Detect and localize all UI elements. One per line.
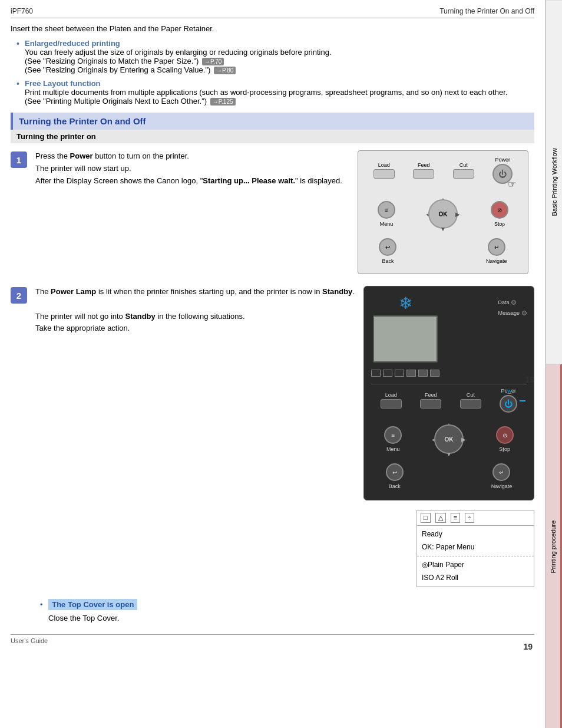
dark-middle-row: ≡ Menu ▲ ◀ OK ▶	[371, 419, 527, 460]
dark-bottom-row: ↩ Back ↵ Navigate	[371, 463, 527, 489]
cut-btn[interactable]: Cut	[453, 162, 474, 179]
step-1-text: Press the Power button to turn on the pr…	[35, 150, 349, 187]
printer-panel-dark: ❄	[363, 286, 534, 500]
step-2-images: ❄	[363, 286, 534, 587]
panel-middle-row: ≡ Menu ▲ ◀ OK ▶	[364, 193, 522, 235]
dark-ok-btn[interactable]: OK	[434, 424, 464, 454]
status-icon-4: ÷	[465, 513, 474, 523]
list-item: Free Layout function Print multiple docu…	[16, 79, 534, 106]
alert-section: • The Top Cover is open Close the Top Co…	[40, 599, 534, 622]
navigate-btn[interactable]: ↵ Navigate	[486, 238, 507, 264]
data-indicator: Data	[498, 299, 527, 305]
bullet-title-1: Enlarged/reduced printing	[25, 39, 120, 48]
status-panel: □ △ ≡ ÷ Ready OK: Paper Menu ◎Plain Pape…	[416, 510, 534, 587]
panel-top-row: Load Feed Cut Power	[364, 157, 522, 184]
sub-heading: Turning the printer on	[11, 130, 534, 143]
menu-btn[interactable]: ≡ Menu	[378, 201, 395, 227]
bullet-list: Enlarged/reduced printing You can freely…	[16, 39, 534, 106]
dark-stop-btn[interactable]: ⊘ Stop	[496, 426, 514, 452]
dark-feed-btn[interactable]: Feed	[420, 392, 441, 409]
feed-btn[interactable]: Feed	[413, 162, 434, 179]
ink-bar	[371, 370, 439, 377]
printer-panel-1: Load Feed Cut Power	[358, 150, 528, 274]
dark-navigate-btn[interactable]: ↵ Navigate	[491, 463, 513, 489]
intro-text: Insert the sheet between the Platen and …	[11, 24, 534, 33]
alert-bullet-text: The Top Cover is open	[52, 600, 134, 609]
display-screen	[373, 315, 438, 363]
page-header: iPF760 Turning the Printer On and Off	[11, 7, 534, 18]
bullet-body-2: Print multiple documents from multiple a…	[25, 88, 507, 106]
alert-highlight: The Top Cover is open	[48, 599, 137, 610]
sidebar-tab-basic-printing[interactable]: Basic Printing Workflow	[546, 0, 562, 364]
ok-btn[interactable]: OK	[428, 199, 458, 229]
status-line3: ◎Plain Paper	[422, 559, 529, 572]
status-panel-body: Ready OK: Paper Menu	[417, 526, 534, 556]
status-icon-1: □	[421, 513, 431, 523]
step-1-container: 1 Press the Power button to turn on the …	[11, 150, 534, 274]
load-btn[interactable]: Load	[373, 162, 395, 179]
status-icon-3: ≡	[451, 513, 460, 523]
snowflake-icon: ❄	[399, 294, 412, 313]
bullet-title-2: Free Layout function	[25, 79, 101, 88]
alert-action: Close the Top Cover.	[48, 614, 534, 622]
dark-power-btn[interactable]: Power ⏻	[500, 388, 517, 413]
dark-top-row: Load Feed Cut	[371, 388, 527, 413]
step-1-number: 1	[11, 151, 27, 168]
dark-cut-btn[interactable]: Cut	[460, 392, 481, 409]
page-number-display: 19	[523, 642, 533, 651]
sidebar-tab-printing-procedure[interactable]: Printing procedure	[546, 364, 562, 729]
power-btn[interactable]: Power ⏻ ☞	[492, 157, 513, 184]
status-icon-2: △	[435, 513, 446, 523]
page-number: 19	[525, 375, 534, 384]
page-footer: User's Guide	[11, 634, 534, 644]
status-line4: ISO A2 Roll	[422, 572, 529, 585]
back-btn[interactable]: ↩ Back	[379, 238, 396, 264]
alert-bullet-row: • The Top Cover is open	[40, 599, 534, 611]
dark-back-btn[interactable]: ↩ Back	[386, 463, 404, 489]
status-line1: Ready	[422, 528, 529, 541]
nav-arrows: ▲ ◀ OK ▶ ▼	[422, 193, 464, 235]
section-heading: Turning the Printer On and Off	[11, 113, 534, 130]
display-area: ❄	[371, 294, 439, 380]
footer-text: User's Guide	[11, 637, 48, 644]
list-item: Enlarged/reduced printing You can freely…	[16, 39, 534, 74]
alert-action-text: Close the Top Cover.	[48, 614, 119, 622]
status-panel-header: □ △ ≡ ÷	[417, 510, 534, 526]
ref-badge-3[interactable]: →P.125	[210, 98, 236, 106]
sidebar: Basic Printing Workflow Printing procedu…	[546, 0, 562, 728]
stop-btn[interactable]: ⊘ Stop	[491, 201, 508, 227]
panel-dark-bottom: Load Feed Cut	[371, 384, 527, 489]
ref-badge-2[interactable]: →P.80	[214, 67, 236, 74]
alert-bullet-icon: •	[40, 600, 43, 609]
dark-nav: ▲ ◀ OK ▶ ▼	[428, 419, 470, 460]
ref-badge-1[interactable]: →P.70	[202, 58, 224, 65]
message-indicator: Message	[498, 310, 527, 316]
dark-load-btn[interactable]: Load	[381, 392, 402, 409]
bullet-body-1: You can freely adjust the size of origin…	[25, 48, 332, 74]
header-right: Turning the Printer On and Off	[439, 7, 534, 15]
side-indicators: Data Message	[498, 299, 527, 316]
step-2-number: 2	[11, 287, 27, 304]
step-1-image: Load Feed Cut Power	[358, 150, 534, 274]
step-2-container: 2 The Power Lamp is lit when the printer…	[11, 286, 534, 587]
panel-bottom-row: ↩ Back ↵ Navigate	[364, 238, 522, 264]
status-panel-footer: ◎Plain Paper ISO A2 Roll	[417, 556, 534, 587]
header-left: iPF760	[11, 7, 33, 15]
step-2-text: The Power Lamp is lit when the printer f…	[35, 286, 355, 335]
status-line2: OK: Paper Menu	[422, 541, 529, 554]
dark-menu-btn[interactable]: ≡ Menu	[384, 426, 402, 452]
